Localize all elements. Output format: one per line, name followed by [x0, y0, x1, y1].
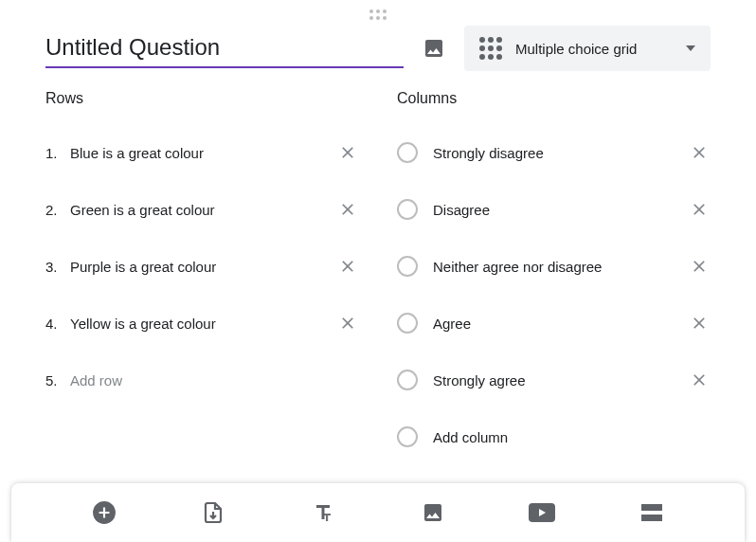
remove-column-button[interactable]: [688, 198, 711, 221]
remove-column-button[interactable]: [688, 369, 711, 391]
radio-icon: [397, 256, 418, 277]
column-text[interactable]: Agree: [433, 316, 673, 332]
remove-row-button[interactable]: [336, 312, 359, 334]
question-title-field[interactable]: [45, 28, 404, 68]
svg-rect-3: [641, 515, 662, 521]
close-icon: [690, 200, 709, 219]
question-title-input[interactable]: [45, 28, 404, 68]
row-item: 1. Blue is a great colour: [45, 124, 359, 181]
column-text[interactable]: Strongly disagree: [433, 145, 673, 161]
close-icon: [338, 257, 357, 276]
grid-body: Rows 1. Blue is a great colour 2. Green …: [0, 77, 756, 465]
plus-circle-icon: [92, 500, 117, 525]
column-item: Neither agree nor disagree: [397, 238, 711, 295]
drag-dots-icon: [369, 9, 387, 20]
row-number: 3.: [45, 259, 70, 275]
columns-title: Columns: [397, 90, 711, 107]
add-video-button[interactable]: [529, 499, 555, 526]
remove-row-button[interactable]: [336, 141, 359, 164]
row-text[interactable]: Purple is a great colour: [70, 259, 336, 275]
add-question-button[interactable]: [91, 499, 117, 526]
row-text[interactable]: Green is a great colour: [70, 202, 336, 218]
row-text[interactable]: Yellow is a great colour: [70, 316, 336, 332]
column-item: Strongly agree: [397, 352, 711, 408]
radio-icon: [397, 142, 418, 163]
radio-icon: [397, 426, 418, 447]
column-item: Strongly disagree: [397, 124, 711, 181]
question-type-selector[interactable]: Multiple choice grid: [464, 26, 711, 71]
question-type-label: Multiple choice grid: [515, 41, 673, 57]
row-item: 2. Green is a great colour: [45, 181, 359, 238]
import-file-icon: [202, 501, 225, 524]
add-row-placeholder: Add row: [70, 372, 359, 388]
video-icon: [529, 503, 555, 522]
remove-column-button[interactable]: [688, 255, 711, 278]
column-text[interactable]: Neither agree nor disagree: [433, 259, 673, 275]
section-icon: [640, 503, 663, 522]
floating-toolbar: [11, 483, 745, 542]
image-icon: [423, 37, 445, 60]
add-column-placeholder: Add column: [433, 429, 711, 445]
row-item: 4. Yellow is a great colour: [45, 295, 359, 352]
close-icon: [338, 314, 357, 333]
add-image-button[interactable]: [423, 37, 445, 60]
column-text[interactable]: Strongly agree: [433, 372, 673, 388]
remove-row-button[interactable]: [336, 255, 359, 278]
add-title-button[interactable]: [310, 499, 336, 526]
close-icon: [690, 143, 709, 162]
close-icon: [690, 370, 709, 389]
column-item: Disagree: [397, 181, 711, 238]
close-icon: [338, 143, 357, 162]
add-row-item[interactable]: 5. Add row: [45, 352, 359, 408]
row-text[interactable]: Blue is a great colour: [70, 145, 336, 161]
remove-column-button[interactable]: [688, 141, 711, 164]
row-item: 3. Purple is a great colour: [45, 238, 359, 295]
close-icon: [690, 257, 709, 276]
remove-column-button[interactable]: [688, 312, 711, 334]
columns-column: Columns Strongly disagree Disagree Neith…: [397, 90, 711, 465]
import-questions-button[interactable]: [200, 499, 226, 526]
column-item: Agree: [397, 295, 711, 352]
rows-column: Rows 1. Blue is a great colour 2. Green …: [45, 90, 359, 465]
dropdown-arrow-icon: [686, 45, 695, 51]
radio-icon: [397, 199, 418, 220]
radio-icon: [397, 370, 418, 390]
svg-rect-2: [641, 504, 662, 511]
question-header: Multiple choice grid: [0, 26, 756, 77]
remove-row-button[interactable]: [336, 198, 359, 221]
drag-handle[interactable]: [0, 0, 756, 26]
radio-icon: [397, 313, 418, 334]
column-text[interactable]: Disagree: [433, 202, 673, 218]
close-icon: [690, 314, 709, 333]
image-icon: [422, 501, 444, 524]
close-icon: [338, 200, 357, 219]
row-number: 1.: [45, 145, 70, 161]
add-section-button[interactable]: [639, 499, 665, 526]
add-image-toolbar-button[interactable]: [420, 499, 446, 526]
grid-icon: [479, 37, 502, 60]
add-column-item[interactable]: Add column: [397, 408, 711, 465]
row-number: 5.: [45, 372, 70, 388]
rows-title: Rows: [45, 90, 359, 107]
row-number: 4.: [45, 316, 70, 332]
text-icon: [312, 501, 334, 524]
row-number: 2.: [45, 202, 70, 218]
